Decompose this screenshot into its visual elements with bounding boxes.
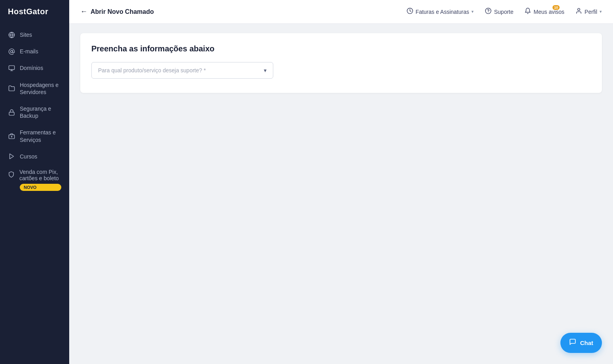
shield-icon — [8, 171, 15, 179]
nav-suporte-label: Suporte — [494, 9, 513, 15]
sidebar-item-label: Cursos — [20, 153, 37, 160]
sidebar-item-sites[interactable]: Sites — [0, 26, 69, 43]
play-icon — [8, 153, 15, 160]
svg-point-2 — [10, 50, 13, 53]
sidebar-item-label: Ferramentas e Serviços — [20, 129, 61, 143]
chat-button[interactable]: Chat — [560, 333, 602, 353]
sidebar-item-label: Hospedagens e Servidores — [20, 81, 61, 96]
sidebar-item-seguranca[interactable]: Segurança e Backup — [0, 100, 69, 124]
svg-point-14 — [578, 8, 580, 11]
logo-text: HostGator — [8, 7, 48, 16]
chevron-down-icon: ▾ — [600, 9, 602, 14]
nav-faturas[interactable]: Faturas e Assinaturas ▾ — [407, 8, 474, 16]
sidebar-item-ferramentas[interactable]: Ferramentas e Serviços — [0, 124, 69, 148]
sidebar-item-venda[interactable]: Venda com Pix, cartões e boleto NOVO — [0, 165, 69, 196]
sidebar-item-label: E-mails — [20, 48, 38, 55]
nav-perfil[interactable]: Perfil ▾ — [575, 8, 602, 16]
chevron-down-icon: ▾ — [471, 9, 474, 14]
svg-marker-10 — [9, 154, 13, 159]
form-card: Preencha as informações abaixo Para qual… — [80, 33, 602, 93]
user-icon — [575, 8, 582, 16]
globe-icon — [8, 32, 15, 38]
sidebar-item-dominios[interactable]: Domínios — [0, 60, 69, 76]
sidebar-nav: Sites E-mails Domínios Hospedagens e Ser… — [0, 23, 69, 200]
nav-avisos-label: Meus avisos — [534, 9, 564, 15]
logo: HostGator — [0, 0, 69, 23]
back-arrow-icon: ← — [80, 8, 87, 16]
svg-rect-6 — [9, 112, 14, 115]
bell-icon — [524, 8, 531, 16]
back-button[interactable]: ← Abrir Novo Chamado — [80, 8, 154, 16]
sidebar: HostGator Sites E-mails Domínios Hospeda… — [0, 0, 69, 364]
sidebar-item-label: Venda com Pix, cartões e boleto — [19, 169, 61, 181]
main-area: ← Abrir Novo Chamado Faturas e Assinatur… — [69, 0, 613, 364]
chat-icon — [569, 338, 576, 347]
email-icon — [8, 48, 15, 55]
page-title: Abrir Novo Chamado — [91, 8, 154, 15]
nav-suporte[interactable]: Suporte — [485, 8, 513, 16]
dropdown-placeholder: Para qual produto/serviço deseja suporte… — [98, 67, 206, 74]
chat-label: Chat — [580, 339, 593, 346]
nav-faturas-label: Faturas e Assinaturas — [416, 9, 469, 15]
dropdown-chevron-icon: ▾ — [264, 67, 267, 74]
form-title: Preencha as informações abaixo — [91, 44, 591, 53]
novo-badge: NOVO — [20, 184, 61, 191]
monitor-icon — [8, 65, 15, 72]
nav-avisos[interactable]: 10 Meus avisos — [524, 8, 564, 16]
svg-rect-3 — [9, 66, 14, 70]
sidebar-item-hospedagens[interactable]: Hospedagens e Servidores — [0, 77, 69, 100]
tools-icon — [8, 133, 15, 140]
sidebar-item-cursos[interactable]: Cursos — [0, 148, 69, 165]
sidebar-item-emails[interactable]: E-mails — [0, 43, 69, 60]
sidebar-item-label: Domínios — [20, 64, 43, 72]
faturas-icon — [407, 8, 413, 16]
nav-perfil-label: Perfil — [585, 9, 597, 15]
notification-badge: 10 — [552, 5, 560, 10]
content-area: Preencha as informações abaixo Para qual… — [69, 24, 613, 364]
sidebar-item-label: Segurança e Backup — [20, 105, 61, 119]
folder-icon — [8, 85, 15, 92]
suporte-icon — [485, 8, 492, 16]
lock-icon — [8, 109, 15, 116]
product-dropdown[interactable]: Para qual produto/serviço deseja suporte… — [91, 62, 273, 79]
header-nav: Faturas e Assinaturas ▾ Suporte 10 Meus … — [407, 8, 602, 16]
header: ← Abrir Novo Chamado Faturas e Assinatur… — [69, 0, 613, 24]
sidebar-item-label: Sites — [20, 31, 32, 38]
